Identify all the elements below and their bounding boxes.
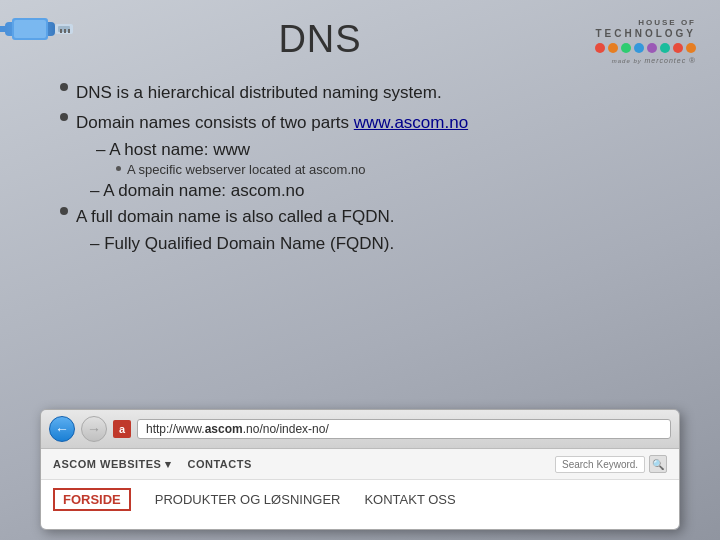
url-after: .no/no/index-no/ bbox=[243, 422, 329, 436]
slide-title: DNS bbox=[278, 18, 361, 61]
logo-dot bbox=[686, 43, 696, 53]
svg-rect-7 bbox=[68, 29, 70, 33]
browser-content: ASCOM WEBSITES ▾ CONTACTS 🔍 FORSIDE PROD… bbox=[41, 449, 679, 529]
site-search-button[interactable]: 🔍 bbox=[649, 455, 667, 473]
site-nav-ascom[interactable]: ASCOM WEBSITES ▾ bbox=[53, 458, 172, 471]
host-name-text: – A host name: www bbox=[96, 140, 250, 160]
indent-webserver: A specific webserver located at ascom.no bbox=[60, 162, 680, 177]
svg-rect-2 bbox=[14, 20, 46, 38]
site-menu-produkter[interactable]: PRODUKTER OG LØSNINGER bbox=[155, 492, 341, 507]
list-item-1: DNS is a hierarchical distributed naming… bbox=[60, 79, 680, 108]
logo-dots bbox=[595, 43, 696, 53]
svg-rect-5 bbox=[60, 29, 62, 33]
bullet-dot-1 bbox=[60, 83, 68, 91]
bullet-dot-3 bbox=[60, 207, 68, 215]
logo-area: HOUSE OF TECHNOLOGY made by mercontec ® bbox=[536, 18, 696, 65]
dash-fqdn: – Fully Qualified Domain Name (FQDN). bbox=[90, 234, 680, 254]
small-bullet-webserver: A specific webserver located at ascom.no bbox=[116, 162, 680, 177]
title-area: DNS bbox=[104, 18, 536, 61]
browser-back-button[interactable]: ← bbox=[49, 416, 75, 442]
site-search: 🔍 bbox=[555, 455, 667, 473]
logo-sub: made by mercontec ® bbox=[612, 56, 696, 65]
logo-dot bbox=[673, 43, 683, 53]
ascom-link[interactable]: www.ascom.no bbox=[354, 113, 468, 132]
browser-favicon: a bbox=[113, 420, 131, 438]
list-item-2: Domain names consists of two parts www.a… bbox=[60, 109, 680, 138]
browser-url-bar[interactable]: http://www.ascom.no/no/index-no/ bbox=[137, 419, 671, 439]
site-nav: ASCOM WEBSITES ▾ CONTACTS 🔍 bbox=[41, 449, 679, 480]
small-dot-1 bbox=[116, 166, 121, 171]
logo-dot bbox=[647, 43, 657, 53]
list-item-3: A full domain name is also called a FQDN… bbox=[60, 203, 680, 232]
main-content: DNS is a hierarchical distributed naming… bbox=[0, 65, 720, 399]
browser-forward-button[interactable]: → bbox=[81, 416, 107, 442]
logo-dot bbox=[660, 43, 670, 53]
bullet-text-2: Domain names consists of two parts www.a… bbox=[76, 109, 468, 138]
bullet-text-1: DNS is a hierarchical distributed naming… bbox=[76, 79, 442, 108]
top-bar: DNS HOUSE OF TECHNOLOGY made by merconte… bbox=[0, 0, 720, 65]
dash-host: – A host name: www bbox=[90, 140, 680, 160]
bullet-dot-2 bbox=[60, 113, 68, 121]
logo-dot bbox=[621, 43, 631, 53]
bullet-list: DNS is a hierarchical distributed naming… bbox=[60, 79, 680, 139]
fqdn-text: – Fully Qualified Domain Name (FQDN). bbox=[90, 234, 394, 254]
webserver-text: A specific webserver located at ascom.no bbox=[127, 162, 365, 177]
logo-dot bbox=[634, 43, 644, 53]
url-bold: ascom bbox=[205, 422, 243, 436]
cable-icon bbox=[0, 0, 80, 60]
site-menu-bar: FORSIDE PRODUKTER OG LØSNINGER KONTAKT O… bbox=[41, 480, 679, 519]
browser-toolbar: ← → a http://www.ascom.no/no/index-no/ bbox=[41, 410, 679, 449]
indent-fqdn: – Fully Qualified Domain Name (FQDN). bbox=[60, 234, 680, 254]
site-menu-kontakt[interactable]: KONTAKT OSS bbox=[364, 492, 455, 507]
browser-screenshot: ← → a http://www.ascom.no/no/index-no/ A… bbox=[40, 409, 680, 530]
logo-line1: HOUSE OF bbox=[638, 18, 696, 28]
url-before: http://www. bbox=[146, 422, 205, 436]
indent-host-name: – A host name: www bbox=[60, 140, 680, 160]
site-search-input[interactable] bbox=[555, 456, 645, 473]
bullet-text-2-before: Domain names consists of two parts bbox=[76, 113, 354, 132]
site-menu-forside[interactable]: FORSIDE bbox=[53, 488, 131, 511]
bullet-list-2: A full domain name is also called a FQDN… bbox=[60, 203, 680, 232]
slide: DNS HOUSE OF TECHNOLOGY made by merconte… bbox=[0, 0, 720, 540]
logo-dot bbox=[595, 43, 605, 53]
site-nav-contacts[interactable]: CONTACTS bbox=[188, 458, 252, 470]
logo-dot bbox=[608, 43, 618, 53]
indent-domain-name: – A domain name: ascom.no bbox=[60, 181, 680, 201]
svg-rect-6 bbox=[64, 29, 66, 33]
logo-line2: TECHNOLOGY bbox=[595, 28, 696, 40]
dash-domain: – A domain name: ascom.no bbox=[90, 181, 680, 201]
bullet-text-3: A full domain name is also called a FQDN… bbox=[76, 203, 394, 232]
domain-name-text: – A domain name: ascom.no bbox=[90, 181, 305, 201]
